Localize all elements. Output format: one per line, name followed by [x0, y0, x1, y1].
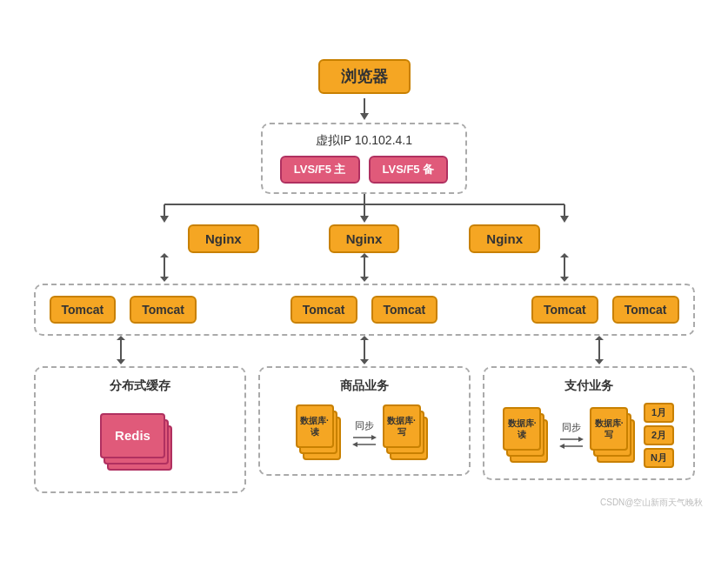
tomcat-section: Tomcat Tomcat Tomcat Tomcat Tomcat Tomca… — [34, 284, 695, 336]
cache-service-card: 分布式缓存 Redis — [34, 366, 246, 493]
nginx-row: Nginx Nginx Nginx — [25, 224, 704, 253]
services-row: 分布式缓存 Redis 商品业务 — [34, 366, 695, 493]
svg-marker-11 — [160, 253, 169, 257]
svg-marker-21 — [117, 359, 125, 364]
svg-marker-23 — [360, 336, 369, 340]
virtual-ip-container: 虚拟IP 10.102.4.1 LVS/F5 主 LVS/F5 备 — [261, 123, 467, 194]
svg-marker-27 — [595, 359, 604, 364]
arrow-browser-to-vip — [356, 98, 373, 123]
virtual-ip-label: 虚拟IP 10.102.4.1 — [316, 133, 412, 149]
svg-marker-24 — [360, 359, 369, 364]
arrows-tomcat-to-services — [34, 336, 695, 366]
monthN-box: N月 — [644, 448, 674, 468]
svg-marker-5 — [160, 216, 169, 223]
redis-label: Redis — [115, 428, 150, 443]
db-read-label: 数据库·读 — [297, 415, 332, 438]
svg-marker-35 — [559, 444, 564, 449]
sync2-label: 同步 — [562, 421, 581, 434]
svg-marker-18 — [560, 277, 569, 282]
svg-marker-26 — [595, 336, 604, 340]
svg-marker-15 — [360, 277, 369, 282]
nginx-box-1: Nginx — [188, 224, 259, 253]
payment-service-title: 支付业务 — [495, 378, 683, 394]
svg-marker-1 — [360, 113, 369, 120]
browser-box: 浏览器 — [318, 59, 411, 94]
db-write-label: 数据库·写 — [384, 415, 419, 438]
arrows-nginx-to-tomcat — [34, 253, 695, 284]
watermark: CSDN@空山新雨天气晚秋 — [600, 497, 704, 509]
db-read2-label: 数据库·读 — [504, 418, 539, 440]
lvs-row: LVS/F5 主 LVS/F5 备 — [280, 156, 448, 184]
svg-marker-14 — [360, 253, 369, 257]
svg-marker-9 — [560, 216, 569, 223]
tomcat-5: Tomcat — [531, 296, 598, 324]
tomcat-1: Tomcat — [50, 296, 117, 324]
tomcat-4: Tomcat — [371, 296, 438, 324]
svg-marker-7 — [360, 216, 369, 223]
browser-label: 浏览器 — [341, 68, 388, 85]
lvs-main: LVS/F5 主 — [280, 156, 360, 184]
svg-marker-29 — [371, 435, 377, 440]
month1-box: 1月 — [644, 403, 674, 423]
db-write2-label: 数据库·写 — [591, 418, 626, 440]
nginx-box-2: Nginx — [329, 224, 400, 253]
nginx-box-3: Nginx — [469, 224, 540, 253]
arrows-lvs-to-nginx — [34, 194, 695, 224]
svg-marker-17 — [560, 253, 569, 257]
svg-marker-33 — [578, 437, 584, 442]
tomcat-2: Tomcat — [130, 296, 197, 324]
cache-service-title: 分布式缓存 — [46, 378, 234, 394]
tomcat-3: Tomcat — [291, 296, 357, 324]
sync-arrows-2 — [558, 436, 584, 450]
sync1-label: 同步 — [355, 419, 374, 432]
svg-marker-12 — [160, 277, 169, 282]
sync-arrows-1 — [351, 434, 377, 448]
payment-service-card: 支付业务 数据库·读 同步 — [483, 366, 695, 480]
tomcat-6: Tomcat — [612, 296, 679, 324]
month2-box: 2月 — [644, 425, 674, 445]
product-service-title: 商品业务 — [270, 378, 458, 394]
lvs-backup: LVS/F5 备 — [369, 156, 449, 184]
product-service-card: 商品业务 数据库·读 同步 — [258, 366, 471, 476]
svg-marker-31 — [352, 442, 357, 447]
svg-marker-20 — [117, 336, 125, 340]
